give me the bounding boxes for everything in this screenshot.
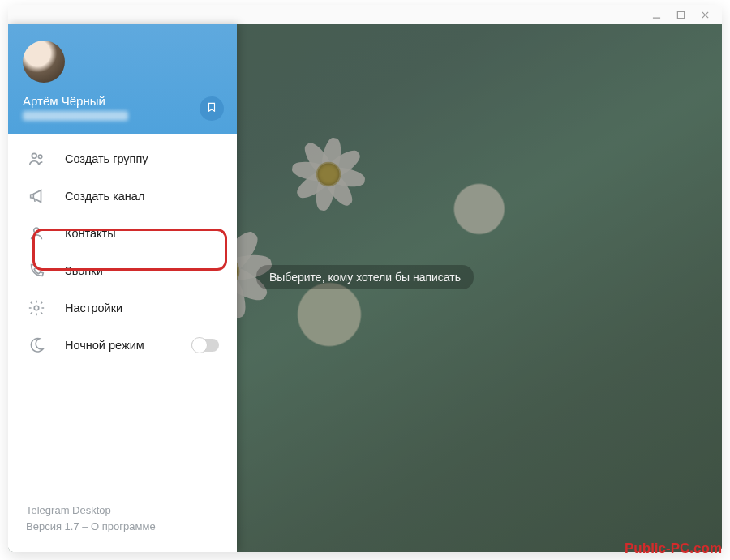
phone-number-label: [23, 111, 128, 121]
menu-item-new-channel[interactable]: Создать канал: [8, 177, 237, 215]
username-label: Артём Чёрный: [23, 94, 222, 108]
phone-icon: [26, 260, 47, 281]
close-button[interactable]: [693, 5, 717, 24]
megaphone-icon: [26, 186, 47, 207]
menu-label: Ночной режим: [65, 339, 191, 352]
version-label: Версия 1.7: [26, 520, 79, 532]
bookmark-icon: [206, 101, 217, 116]
menu-item-contacts[interactable]: Контакты: [8, 215, 237, 252]
gear-icon: [26, 297, 47, 318]
menu-item-night-mode[interactable]: Ночной режим: [8, 327, 237, 364]
app-window: Выберите, кому хотели бы написать Артём …: [8, 5, 722, 552]
menu-item-new-group[interactable]: Создать группу: [8, 140, 237, 177]
menu-label: Создать группу: [65, 152, 219, 165]
menu-item-settings[interactable]: Настройки: [8, 289, 237, 327]
svg-point-7: [34, 306, 39, 310]
menu-label: Создать канал: [65, 190, 219, 203]
watermark: Public-PC.com: [625, 541, 722, 557]
svg-point-4: [32, 153, 36, 158]
group-icon: [26, 148, 47, 169]
menu-list: Создать группу Создать канал Контакты: [8, 134, 237, 502]
drawer-footer: Telegram Desktop Версия 1.7 – О программ…: [8, 502, 237, 552]
moon-icon: [26, 335, 47, 356]
svg-point-6: [34, 228, 40, 233]
about-link[interactable]: О программе: [91, 520, 156, 532]
minimize-button[interactable]: [644, 5, 668, 24]
drawer-header: Артём Чёрный: [8, 24, 237, 134]
title-bar: [8, 5, 722, 25]
avatar[interactable]: [23, 41, 65, 83]
night-mode-toggle[interactable]: [191, 339, 219, 352]
main-menu-drawer: Артём Чёрный Создать группу: [8, 24, 237, 552]
menu-item-calls[interactable]: Звонки: [8, 252, 237, 289]
menu-label: Настройки: [65, 301, 219, 314]
menu-label: Звонки: [65, 264, 219, 277]
saved-messages-button[interactable]: [200, 96, 224, 121]
empty-chat-hint: Выберите, кому хотели бы написать: [256, 265, 474, 289]
app-name-label: Telegram Desktop: [26, 502, 219, 519]
maximize-button[interactable]: [668, 5, 693, 24]
person-icon: [26, 223, 47, 244]
menu-label: Контакты: [65, 227, 219, 240]
svg-point-5: [38, 155, 41, 158]
svg-rect-1: [677, 11, 684, 18]
